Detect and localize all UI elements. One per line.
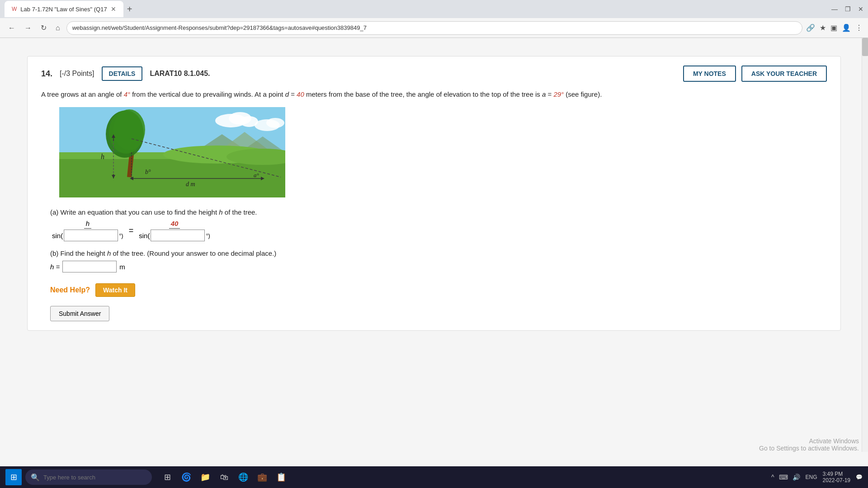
degree-sign-1: °) [119, 232, 123, 239]
forward-button[interactable]: → [22, 22, 34, 34]
tab-favicon: W [12, 6, 17, 12]
chevron-icon[interactable]: ^ [771, 474, 774, 481]
distance-value: 40 [297, 90, 304, 98]
tab-title: Lab 7-1.72N "Law of Sines" (Q17 [20, 6, 107, 13]
part-b-label: (b) Find the height h of the tree. (Roun… [50, 249, 827, 257]
problem-text: A tree grows at an angle of 4° from the … [41, 89, 827, 100]
question-number: 14. [41, 69, 52, 79]
search-icon: 🔍 [31, 473, 40, 482]
nav-bar: ← → ↻ ⌂ 🔗 ★ ▣ 👤 ⋮ [0, 18, 868, 38]
nav-icons: 🔗 ★ ▣ 👤 ⋮ [806, 23, 863, 32]
need-help-row: Need Help? Watch It [50, 283, 827, 297]
submit-row: Submit Answer [50, 306, 827, 321]
equation-row: h sin( °) = 40 sin( °) [50, 220, 827, 241]
problem-text-mid1: from the vertical due to prevailing wind… [132, 90, 283, 98]
taskbar-store-icon[interactable]: 🛍 [216, 469, 232, 485]
sin-label-right: sin( [139, 232, 150, 239]
maximize-icon[interactable]: ❐ [845, 5, 851, 13]
problem-text-end: (see figure). [566, 90, 602, 98]
h-label-b: h [107, 249, 113, 257]
title-bar: W Lab 7-1.72N "Law of Sines" (Q17 ✕ + — … [0, 0, 868, 18]
degree-sign-2: °) [206, 232, 210, 239]
figure-svg: h b° a° d m [59, 107, 285, 197]
input-angle-2[interactable] [151, 230, 205, 241]
parts-container: (a) Write an equation that you can use t… [50, 208, 827, 321]
speaker-icon[interactable]: 🔊 [793, 474, 800, 481]
close-icon[interactable]: ✕ [858, 5, 863, 13]
problem-text-mid2: meters from the base of the tree, the an… [306, 90, 540, 98]
start-button[interactable]: ⊞ [5, 469, 22, 485]
window-controls: — ❐ ✕ [831, 5, 863, 13]
refresh-button[interactable]: ↻ [38, 22, 49, 34]
back-button[interactable]: ← [5, 22, 18, 34]
part-a-label: (a) Write an equation that you can use t… [50, 208, 827, 216]
minimize-icon[interactable]: — [831, 5, 838, 13]
taskbar-search[interactable]: 🔍 [25, 469, 152, 485]
taskbar-teams-icon[interactable]: 💼 [254, 469, 270, 485]
watch-it-button[interactable]: Watch It [95, 283, 135, 297]
sin-den-right: sin( °) [137, 229, 212, 241]
taskbar-multitask-icon[interactable]: ⊞ [159, 469, 175, 485]
address-bar[interactable] [66, 21, 802, 35]
svg-text:h: h [101, 153, 104, 160]
question-header: 14. [-/3 Points] DETAILS LARAT10 8.1.045… [41, 66, 827, 82]
angle-a-value: 29° [553, 90, 564, 98]
system-icons: ^ ⌨ 🔊 [771, 474, 800, 481]
keyboard-icon[interactable]: ⌨ [779, 474, 788, 481]
profile-icon[interactable]: 👤 [842, 23, 851, 32]
page-content: 14. [-/3 Points] DETAILS LARAT10 8.1.045… [27, 56, 841, 331]
part-b-row: h = m [50, 261, 827, 272]
notification-icon[interactable]: 💬 [856, 474, 863, 480]
question-code: LARAT10 8.1.045. [150, 70, 210, 78]
h-numerator: h [84, 220, 91, 229]
taskbar-chrome-icon[interactable]: 🌐 [235, 469, 251, 485]
taskbar-planner-icon[interactable]: 📋 [273, 469, 289, 485]
taskbar-edge-icon[interactable]: 🌀 [178, 469, 194, 485]
m-label: m [119, 263, 125, 271]
h-answer-input[interactable] [62, 261, 117, 272]
home-button[interactable]: ⌂ [53, 22, 63, 34]
sin-den-left: sin( °) [50, 229, 125, 241]
taskbar-icons: ⊞ 🌀 📁 🛍 🌐 💼 📋 [159, 469, 289, 485]
h-label-a: h [219, 208, 225, 216]
split-tab-icon[interactable]: ▣ [830, 23, 837, 32]
new-tab-button[interactable]: + [127, 4, 132, 14]
scroll-thumb[interactable] [862, 38, 868, 56]
svg-point-16 [109, 110, 143, 154]
a-label-text: a [542, 90, 546, 98]
distance-numerator: 40 [169, 220, 180, 229]
scroll-track[interactable] [862, 38, 868, 452]
angle-value: 4° [124, 90, 130, 98]
language-label: ENG [806, 474, 817, 480]
points-label: [-/3 Points] [60, 70, 94, 78]
svg-text:a°: a° [254, 172, 259, 178]
svg-point-5 [266, 118, 284, 128]
submit-button[interactable]: Submit Answer [50, 306, 109, 321]
problem-text-before: A tree grows at an angle of [41, 90, 122, 98]
svg-text:d m: d m [186, 181, 195, 188]
header-buttons: MY NOTES ASK YOUR TEACHER [683, 66, 827, 82]
equals-sign2: = [547, 90, 553, 98]
ask-teacher-button[interactable]: ASK YOUR TEACHER [741, 66, 827, 82]
left-fraction: h sin( °) [50, 220, 125, 241]
my-notes-button[interactable]: MY NOTES [683, 66, 736, 82]
menu-icon[interactable]: ⋮ [855, 23, 863, 32]
input-angle-1[interactable] [64, 230, 118, 241]
time-display: 3:49 PM [823, 471, 850, 477]
need-help-label: Need Help? [50, 286, 90, 294]
date-display: 2022-07-19 [823, 477, 850, 483]
extensions-icon[interactable]: 🔗 [806, 23, 815, 32]
favorites-icon[interactable]: ★ [820, 23, 826, 32]
figure-container: h b° a° d m [59, 107, 827, 199]
taskbar-folder-icon[interactable]: 📁 [197, 469, 213, 485]
details-button[interactable]: DETAILS [102, 66, 143, 81]
equals-sign: = [291, 90, 297, 98]
search-input[interactable] [43, 474, 143, 481]
clock: 3:49 PM 2022-07-19 [823, 471, 850, 483]
d-label: d [285, 90, 289, 98]
browser-chrome: W Lab 7-1.72N "Law of Sines" (Q17 ✕ + — … [0, 0, 868, 38]
svg-text:b°: b° [145, 169, 151, 175]
right-fraction: 40 sin( °) [137, 220, 212, 241]
browser-tab[interactable]: W Lab 7-1.72N "Law of Sines" (Q17 ✕ [5, 1, 123, 17]
tab-close-icon[interactable]: ✕ [111, 5, 116, 13]
